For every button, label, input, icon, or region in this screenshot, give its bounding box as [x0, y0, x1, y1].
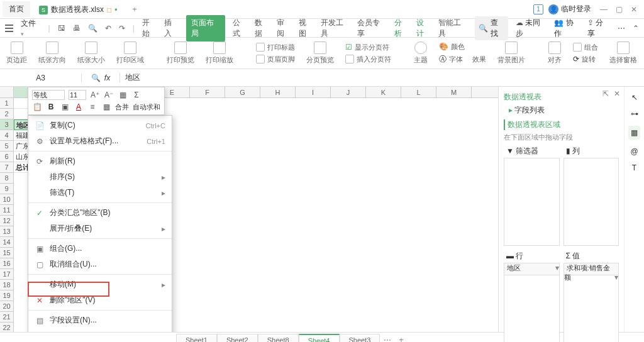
font-grow-icon[interactable]: A⁺ — [90, 90, 100, 100]
menu-data[interactable]: 数据 — [255, 18, 269, 39]
ctx-filter[interactable]: 筛选(T)▸ — [28, 185, 172, 201]
rb-selection-pane[interactable]: 选择窗格 — [609, 41, 637, 65]
ts-text-icon[interactable]: T — [632, 163, 636, 172]
border-icon[interactable]: ▦ — [101, 102, 111, 112]
dz-rows[interactable]: 地区 ▾ — [504, 263, 560, 275]
mini-size[interactable] — [69, 90, 86, 100]
ctx-pivot-options[interactable]: ▥数据透视表选项(O)... — [28, 328, 172, 332]
share-button[interactable]: ⇪ 分享 — [587, 18, 610, 39]
col-H[interactable]: H — [260, 87, 296, 97]
minimize-button[interactable]: — — [596, 5, 611, 14]
menu-smart[interactable]: 智能工具 — [438, 18, 467, 39]
rb-fonts[interactable]: Ⓐ字体 效果 — [439, 54, 486, 65]
select-all-corner[interactable] — [0, 87, 14, 97]
col-G[interactable]: G — [225, 87, 260, 97]
tab-file[interactable]: S 数据透视表.xlsx □ • — [33, 1, 123, 18]
pin-icon[interactable]: ⇱ — [602, 89, 609, 98]
ctx-delete[interactable]: ✕删除"地区"(V) — [28, 292, 172, 308]
menu-analyze[interactable]: 分析 — [394, 18, 409, 39]
ts-slider-icon[interactable]: ⊶ — [631, 109, 638, 118]
font-shrink-icon[interactable]: A⁻ — [104, 90, 114, 100]
new-tab-button[interactable]: + — [126, 5, 143, 14]
col-K[interactable]: K — [366, 87, 401, 97]
login-button[interactable]: 👤临时登录 — [548, 4, 591, 14]
ctx-field-settings[interactable]: ▤字段设置(N)... — [28, 312, 172, 328]
rb-insert-break[interactable]: 插入分页符 — [345, 55, 391, 64]
formula-input[interactable]: 地区 — [119, 72, 644, 83]
menu-page-layout[interactable]: 页面布局 — [186, 15, 225, 41]
menu-start[interactable]: 开始 — [142, 18, 157, 39]
menu-formula[interactable]: 公式 — [233, 18, 247, 39]
rb-bg[interactable]: 背景图片 — [497, 41, 525, 65]
qa-redo-icon[interactable]: ↷ — [119, 24, 125, 33]
col-L[interactable]: L — [401, 87, 436, 97]
merge-icon[interactable]: ▦ — [118, 90, 128, 100]
bold-icon[interactable]: B — [46, 102, 56, 112]
col-I[interactable]: I — [296, 87, 331, 97]
sync-button[interactable]: ☁ 未同步 — [516, 18, 547, 39]
menu-vip[interactable]: 会员专享 — [357, 18, 386, 39]
rb-group[interactable]: 组合 — [573, 43, 598, 52]
sheet-area[interactable]: A B C D E F G H I J K L M 1 2 3地区求和项:销售金… — [0, 87, 498, 332]
qa-save-icon[interactable]: 🖫 — [58, 24, 65, 33]
sum-label[interactable]: 自动求和 — [133, 102, 160, 112]
rb-orientation[interactable]: 纸张方向 — [38, 41, 66, 65]
ctx-expand[interactable]: 展开/折叠(E)▸ — [28, 221, 172, 236]
sheet-tab-4[interactable]: Sheet4 — [299, 334, 340, 343]
search-box[interactable]: 🔍查找 — [475, 16, 508, 40]
dz-values[interactable]: 求和项:销售金额 ▾ — [564, 263, 619, 275]
menu-file[interactable]: 文件 ▾ — [21, 18, 40, 38]
ctx-move[interactable]: 移动(M)▸ — [28, 277, 172, 292]
rb-theme[interactable]: 主题 — [414, 41, 428, 65]
qa-print-icon[interactable]: 🖶 — [73, 24, 80, 33]
rb-size[interactable]: 纸张大小 — [77, 41, 105, 65]
ctx-format-cells[interactable]: ⚙设置单元格格式(F)...Ctrl+1 — [28, 133, 172, 149]
ctx-ungroup[interactable]: ▢取消组合(U)... — [28, 256, 172, 272]
coop-button[interactable]: 👥 协作 — [554, 18, 580, 39]
sheet-tab-5[interactable]: Sheet3 — [340, 334, 380, 342]
badge-one[interactable]: 1 — [533, 4, 543, 14]
panel-field-list[interactable]: ▸ 字段列表 — [504, 104, 619, 117]
hamburger-icon[interactable] — [5, 25, 13, 32]
rb-rotate[interactable]: ⟳旋转 — [573, 55, 598, 64]
rb-print-area[interactable]: 打印区域 — [116, 41, 144, 65]
align-icon[interactable]: ≡ — [87, 102, 97, 112]
dz-rows-body[interactable] — [504, 275, 560, 342]
menu-dev[interactable]: 开发工具 — [321, 18, 350, 39]
rb-align[interactable]: 对齐 — [548, 41, 562, 65]
ts-pointer-icon[interactable]: ↖ — [631, 93, 638, 102]
tab-home[interactable]: 首页 — [3, 1, 30, 17]
menu-design[interactable]: 设计 — [416, 18, 431, 39]
col-M[interactable]: M — [436, 87, 472, 97]
sheet-tab-3[interactable]: Sheet8 — [258, 334, 299, 342]
menu-insert[interactable]: 插入 — [164, 18, 179, 39]
merge-label[interactable]: 合并 — [115, 102, 129, 112]
rb-colors[interactable]: 🎨颜色 — [439, 42, 486, 52]
close-panel-icon[interactable]: ✕ — [614, 89, 620, 98]
qa-preview-icon[interactable]: 🔍 — [88, 24, 97, 33]
rb-print-titles[interactable]: 打印标题 — [256, 43, 295, 52]
sheet-tab-2[interactable]: Sheet2 — [217, 334, 258, 342]
rb-margins[interactable]: 页边距 — [6, 41, 27, 65]
chevron-up-icon[interactable]: ⌃ — [633, 24, 639, 33]
sheet-tab-1[interactable]: Sheet1 — [176, 334, 217, 342]
rb-page-break-preview[interactable]: 分页预览 — [306, 41, 334, 65]
ctx-refresh[interactable]: ⟳刷新(R) — [28, 153, 172, 169]
fx-icon[interactable]: fx — [104, 74, 110, 82]
ctx-group[interactable]: ▣组合(G)... — [28, 241, 172, 256]
sheet-add-button[interactable]: + — [395, 336, 407, 343]
fill-color-icon[interactable]: ▣ — [60, 102, 70, 112]
font-color-icon[interactable]: A — [74, 102, 84, 112]
menu-view[interactable]: 视图 — [299, 18, 313, 39]
more-icon[interactable]: ⋯ — [618, 24, 625, 33]
dz-filter[interactable] — [504, 158, 560, 246]
sum-icon[interactable]: Σ — [131, 90, 142, 100]
dz-columns[interactable] — [564, 158, 619, 246]
dz-values-body[interactable] — [564, 275, 619, 342]
rb-scale[interactable]: 打印缩放 — [206, 41, 233, 65]
rb-show-breaks[interactable]: ☑显示分页符 — [345, 43, 391, 52]
ctx-subtotal[interactable]: ✓分类汇总"地区"(B) — [28, 205, 172, 221]
mini-font[interactable] — [32, 90, 65, 100]
ts-at-icon[interactable]: @ — [630, 147, 638, 156]
sheet-more-icon[interactable]: ⋯ — [380, 336, 395, 343]
